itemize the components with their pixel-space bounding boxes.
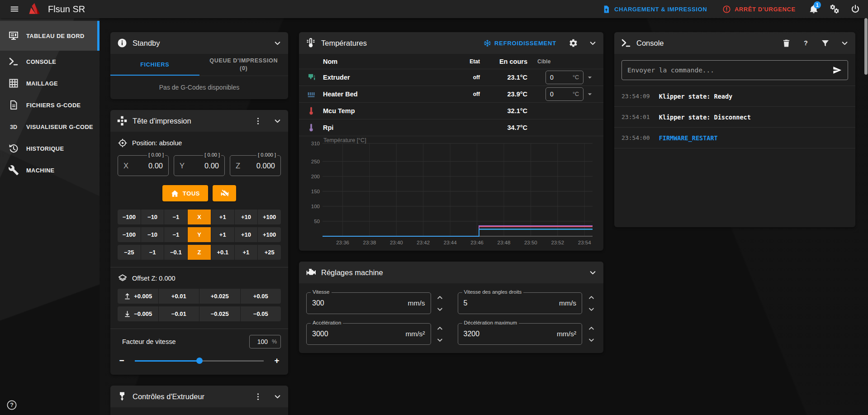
jog-axis-x[interactable]: X <box>188 210 211 224</box>
axis-input-y[interactable]: [ 0.00 ] Y 0.00 <box>174 155 225 176</box>
slider-thumb[interactable] <box>196 358 203 364</box>
decrease-button[interactable] <box>435 305 445 314</box>
console-filter-button[interactable] <box>818 36 832 50</box>
home-all-label: TOUS <box>183 190 200 197</box>
jog-y-10[interactable]: −10 <box>141 227 165 242</box>
field-label: Vitesse des angles droits <box>462 289 524 295</box>
increase-button[interactable] <box>435 293 445 302</box>
preset-dropdown-button[interactable] <box>583 73 596 82</box>
toolhead-collapse-button[interactable] <box>270 114 285 128</box>
console-entry[interactable]: 23:54:09 Klipper state: Ready <box>614 86 855 107</box>
console-help-button[interactable]: ? <box>798 36 813 50</box>
jog-x-1[interactable]: −1 <box>164 210 188 224</box>
sidebar-item-maillage[interactable]: MAILLAGE <box>0 72 100 94</box>
temp-row-extruder: Extruder off 23.1°C 0 °C <box>299 69 603 86</box>
increase-button[interactable] <box>586 293 596 302</box>
decrease-button[interactable] <box>586 305 596 314</box>
babystep-down-0-01[interactable]: −0.01 <box>159 306 200 321</box>
send-command-button[interactable] <box>832 65 842 75</box>
babystep-up-0-005[interactable]: +0.005 <box>118 289 159 304</box>
console-command-input[interactable] <box>627 67 829 74</box>
vitesse-des-angles-droits-input[interactable]: Vitesse des angles droits 5 mm/s <box>458 292 583 314</box>
babystep-down-0-005[interactable]: −0.005 <box>118 306 159 321</box>
d-c-l-ration-maximum-input[interactable]: Décélération maximum 3200 mm/s² <box>458 323 583 345</box>
chevron-down-icon <box>273 38 282 48</box>
motors-off-button[interactable] <box>213 185 236 201</box>
status-collapse-button[interactable] <box>270 36 285 50</box>
target-temp-input[interactable]: 0 °C <box>545 71 583 84</box>
decrease-button[interactable] <box>586 335 596 344</box>
speed-factor-input[interactable]: 100 % <box>249 335 281 348</box>
console-collapse-button[interactable] <box>837 36 852 50</box>
jog-z-1[interactable]: −1 <box>141 245 165 260</box>
help-button[interactable]: ? <box>6 400 17 410</box>
scrollbar[interactable] <box>864 18 868 75</box>
temperatures-collapse-button[interactable] <box>585 36 600 50</box>
jog-y-100[interactable]: +100 <box>258 227 281 242</box>
jog-axis-y[interactable]: Y <box>188 227 211 242</box>
mesh-icon <box>8 78 19 89</box>
temperatures-settings-button[interactable] <box>566 36 580 50</box>
sensor-target-cell: 0 °C <box>527 71 596 84</box>
console-clear-button[interactable] <box>779 36 793 50</box>
increase-button[interactable] <box>586 324 596 333</box>
upload-print-button[interactable]: CHARGEMENT & IMPRESSION <box>597 0 712 18</box>
acc-l-ration-input[interactable]: Accélération 3000 mm/s² <box>306 323 431 345</box>
extruder-menu-button[interactable] <box>251 389 265 404</box>
console-entry[interactable]: 23:54:01 Klipper state: Disconnect <box>614 107 855 128</box>
jog-y-1[interactable]: +1 <box>211 227 235 242</box>
jog-z-0-1[interactable]: +0.1 <box>211 245 235 260</box>
temperatures-panel: Températures REFROIDISSEMENT Nom Etat En… <box>299 32 603 251</box>
jog-z-25[interactable]: +25 <box>258 245 281 260</box>
babystep-up-0-01[interactable]: +0.01 <box>159 289 200 304</box>
sidebar-item-machine[interactable]: MACHINE <box>0 159 100 181</box>
jog-x-10[interactable]: −10 <box>141 210 165 224</box>
jog-z-25[interactable]: −25 <box>118 245 141 260</box>
decrease-button[interactable] <box>435 335 445 344</box>
axis-input-z[interactable]: [ 0.000 ] Z 0.000 <box>230 155 281 176</box>
emergency-stop-button[interactable]: ARRÊT D'URGENCE <box>717 0 801 18</box>
jog-x-100[interactable]: −100 <box>118 210 141 224</box>
settings-button[interactable] <box>826 0 843 18</box>
home-all-button[interactable]: TOUS <box>162 185 208 201</box>
sidebar-item-historique[interactable]: HISTORIQUE <box>0 138 100 159</box>
jog-x-10[interactable]: +10 <box>235 210 258 224</box>
target-value: 0 <box>550 74 573 81</box>
preset-dropdown-button[interactable] <box>583 90 596 99</box>
speed-factor-slider[interactable] <box>135 358 264 364</box>
jog-y-10[interactable]: +10 <box>235 227 258 242</box>
babystep-down-0-05[interactable]: −0.05 <box>241 306 281 321</box>
sidebar-item-fichiers-g-code[interactable]: FICHIERS G-CODE <box>0 94 100 116</box>
jog-x-100[interactable]: +100 <box>258 210 281 224</box>
jog-y-100[interactable]: −100 <box>118 227 141 242</box>
machine-settings-collapse-button[interactable] <box>585 265 600 280</box>
power-button[interactable] <box>847 0 863 18</box>
jog-axis-z[interactable]: Z <box>188 245 211 260</box>
sidebar-item-visualiseur-g-code[interactable]: 3D VISUALISEUR G-CODE <box>0 116 100 138</box>
sidebar-item-console[interactable]: CONSOLE <box>0 51 100 72</box>
tab-queue-d-impression-0[interactable]: QUEUE D'IMPRESSION (0) <box>199 54 289 76</box>
babystep-up-0-025[interactable]: +0.025 <box>199 289 241 304</box>
target-temp-input[interactable]: 0 °C <box>545 87 583 101</box>
babystep-up-row: +0.005+0.01+0.025+0.05 <box>118 289 281 304</box>
speed-decrease-button[interactable]: − <box>119 356 125 366</box>
axis-input-x[interactable]: [ 0.00 ] X 0.00 <box>118 155 169 176</box>
jog-z-1[interactable]: +1 <box>235 245 258 260</box>
babystep-up-0-05[interactable]: +0.05 <box>241 289 281 304</box>
toolhead-menu-button[interactable] <box>251 114 265 128</box>
speed-increase-button[interactable]: + <box>274 356 280 366</box>
babystep-down-0-025[interactable]: −0.025 <box>199 306 241 321</box>
jog-y-1[interactable]: −1 <box>164 227 188 242</box>
console-entry[interactable]: 23:54:00 FIRMWARE_RESTART <box>614 128 855 148</box>
notifications-button[interactable]: 1 <box>806 0 822 18</box>
main-content: Standby FICHIERSQUEUE D'IMPRESSION (0) P… <box>100 18 868 415</box>
jog-x-1[interactable]: +1 <box>211 210 235 224</box>
cooldown-button[interactable]: REFROIDISSEMENT <box>479 39 561 47</box>
extruder-collapse-button[interactable] <box>270 389 285 404</box>
increase-button[interactable] <box>435 324 445 333</box>
vitesse-input[interactable]: Vitesse 300 mm/s <box>306 292 431 314</box>
menu-button[interactable] <box>6 0 23 18</box>
tab-fichiers[interactable]: FICHIERS <box>110 54 199 76</box>
jog-z-0-1[interactable]: −0.1 <box>164 245 188 260</box>
sidebar-item-tableau-de-bord[interactable]: TABLEAU DE BORD <box>0 21 100 51</box>
